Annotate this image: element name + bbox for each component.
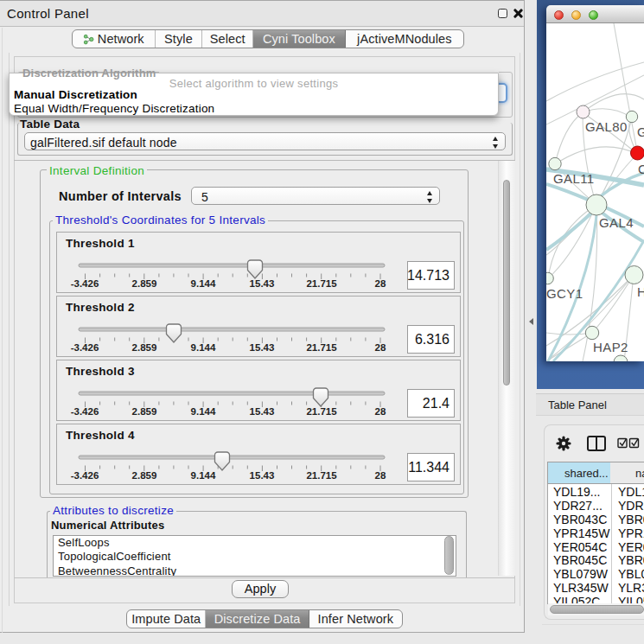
- svg-text:GCY1: GCY1: [546, 286, 583, 301]
- svg-text:GAL11: GAL11: [553, 171, 595, 186]
- svg-text:GAL3: GAL3: [637, 124, 644, 139]
- svg-text:HAP2: HAP2: [593, 340, 628, 354]
- svg-text:GAL4: GAL4: [599, 215, 634, 230]
- svg-text:HA: HA: [637, 284, 644, 299]
- svg-text:GAL80: GAL80: [585, 119, 628, 134]
- svg-text:CD: CD: [638, 162, 644, 176]
